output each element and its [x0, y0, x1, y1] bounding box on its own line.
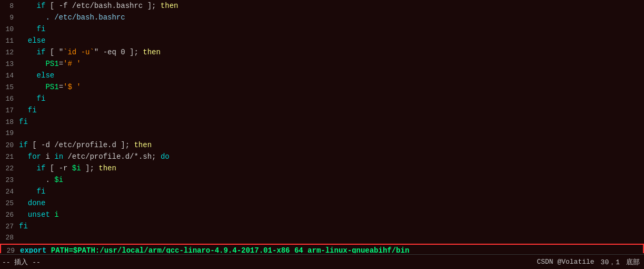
code-line: 11 else	[0, 35, 644, 46]
code-line: 14 else	[0, 70, 644, 81]
line-content: . $i	[19, 174, 642, 186]
status-bar: -- 插入 -- CSDN @Volatile 30，1 底部	[0, 254, 644, 269]
line-number: 20	[0, 140, 19, 151]
page-position: 30，1	[601, 257, 620, 267]
line-content: . /etc/bash.bashrc	[19, 12, 642, 23]
code-line: 17 fi	[0, 104, 644, 116]
code-line: 9 . /etc/bash.bashrc	[0, 12, 644, 23]
line-content: fi	[19, 104, 642, 116]
status-right: CSDN @Volatile 30，1 底部	[537, 257, 644, 267]
csdn-watermark: CSDN @Volatile	[537, 258, 594, 266]
line-number: 13	[0, 59, 19, 70]
line-number: 18	[0, 117, 19, 128]
line-number: 24	[0, 186, 19, 198]
line-content: PS1='# '	[19, 58, 642, 70]
line-number: 21	[0, 151, 19, 163]
line-content: fi	[19, 23, 642, 35]
line-number: 22	[0, 163, 19, 175]
line-content: fi	[19, 93, 642, 104]
line-number: 16	[0, 93, 19, 105]
code-line: 15 PS1='$ '	[0, 81, 644, 93]
line-content: if [ -r $i ]; then	[19, 162, 642, 174]
line-content: else	[19, 35, 642, 46]
line-number: 8	[0, 1, 19, 12]
line-number: 10	[0, 24, 19, 35]
line-number: 23	[0, 175, 19, 186]
code-line: 12 if [ "`id -u`" -eq 0 ]; then	[0, 46, 644, 58]
code-line: 29export PATH=$PATH:/usr/local/arm/gcc-l…	[0, 244, 644, 253]
line-content: fi	[19, 116, 642, 128]
code-line: 21 for i in /etc/profile.d/*.sh; do	[0, 151, 644, 162]
line-number: 27	[0, 221, 19, 233]
code-line: 24 fi	[0, 186, 644, 197]
code-line: 22 if [ -r $i ]; then	[0, 162, 644, 174]
code-line: 27fi	[0, 220, 644, 232]
line-number: 29	[1, 245, 20, 253]
line-content: if [ -f /etc/bash.bashrc ]; then	[19, 0, 642, 12]
page-bottom: 底部	[626, 257, 640, 267]
line-content: for i in /etc/profile.d/*.sh; do	[19, 151, 642, 162]
line-content: done	[19, 197, 642, 209]
code-area: 8 if [ -f /etc/bash.bashrc ]; then9 . /e…	[0, 0, 644, 253]
line-content: fi	[19, 186, 642, 197]
code-line: 10 fi	[0, 23, 644, 35]
code-line: 18fi	[0, 116, 644, 128]
line-number: 12	[0, 47, 19, 59]
code-line: 23 . $i	[0, 174, 644, 186]
code-line: 26 unset i	[0, 209, 644, 220]
code-line: 13 PS1='# '	[0, 58, 644, 70]
line-content: else	[19, 70, 642, 81]
line-content: PS1='$ '	[19, 81, 642, 93]
line-number: 17	[0, 105, 19, 117]
editor: 8 if [ -f /etc/bash.bashrc ]; then9 . /e…	[0, 0, 644, 269]
line-content: unset i	[19, 209, 642, 220]
line-content: fi	[19, 220, 642, 232]
code-line: 16 fi	[0, 93, 644, 104]
code-line: 20if [ -d /etc/profile.d ]; then	[0, 139, 644, 151]
status-mode: -- 插入 --	[0, 257, 41, 267]
code-line: 25 done	[0, 197, 644, 209]
line-number: 11	[0, 35, 19, 47]
line-number: 9	[0, 12, 19, 24]
line-number: 14	[0, 70, 19, 82]
code-line: 19	[0, 128, 644, 139]
code-line: 8 if [ -f /etc/bash.bashrc ]; then	[0, 0, 644, 12]
line-number: 19	[0, 128, 19, 139]
line-content: export PATH=$PATH:/usr/local/arm/gcc-lin…	[20, 245, 641, 253]
line-content: if [ "`id -u`" -eq 0 ]; then	[19, 46, 642, 58]
line-number: 26	[0, 209, 19, 221]
line-number: 25	[0, 198, 19, 209]
line-content: if [ -d /etc/profile.d ]; then	[19, 139, 642, 151]
code-line: 28	[0, 232, 644, 244]
line-number: 28	[0, 232, 19, 244]
line-number: 15	[0, 82, 19, 93]
